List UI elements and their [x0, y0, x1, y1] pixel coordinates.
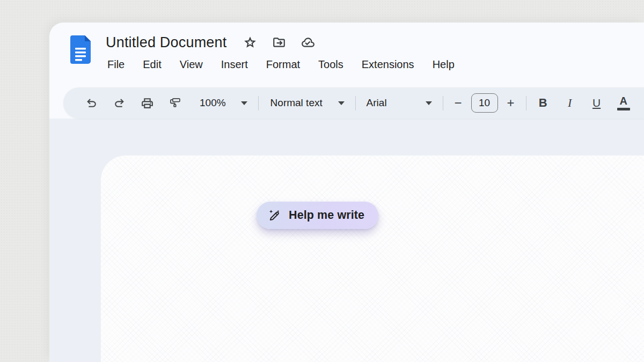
underline-button[interactable]: U [586, 92, 608, 114]
chevron-down-icon [426, 101, 432, 105]
text-color-swatch [617, 108, 630, 110]
zoom-value: 100% [200, 97, 226, 109]
increase-font-size-button[interactable]: + [501, 93, 521, 113]
title-block: Untitled Document File Edit View [106, 31, 633, 72]
help-me-write-button[interactable]: Help me write [257, 202, 378, 229]
chevron-down-icon [338, 101, 345, 105]
chevron-down-icon [241, 101, 247, 105]
text-color-label: A [619, 95, 627, 106]
menu-edit[interactable]: Edit [141, 57, 163, 72]
help-me-write-label: Help me write [289, 209, 364, 222]
menu-format[interactable]: Format [265, 57, 302, 72]
menu-insert[interactable]: Insert [219, 57, 250, 72]
document-title[interactable]: Untitled Document [106, 34, 227, 51]
app-header: Untitled Document File Edit View [49, 23, 644, 87]
decrease-font-size-button[interactable]: − [449, 93, 468, 113]
desktop-background: { "header": { "title": "Untitled Documen… [0, 0, 644, 362]
print-button[interactable] [136, 92, 158, 114]
undo-button[interactable] [80, 92, 102, 114]
docs-window: Untitled Document File Edit View [49, 23, 644, 362]
font-value: Arial [367, 97, 387, 109]
folder-move-icon[interactable] [272, 35, 287, 50]
toolbar-divider [443, 96, 443, 110]
menu-bar: File Edit View Insert Format Tools Exten… [106, 57, 633, 72]
toolbar-divider [355, 96, 356, 110]
menu-tools[interactable]: Tools [317, 57, 345, 72]
redo-icon [113, 97, 126, 110]
paragraph-style-value: Normal text [270, 97, 323, 109]
paint-format-icon [169, 97, 182, 110]
toolbar: 100% Normal text Arial − + B I U A [63, 87, 644, 119]
redo-button[interactable] [108, 92, 130, 114]
text-color-button[interactable]: A [612, 92, 635, 114]
docs-logo-icon[interactable] [70, 35, 91, 64]
star-outline-icon[interactable] [243, 35, 258, 50]
paint-format-button[interactable] [164, 92, 186, 114]
menu-view[interactable]: View [178, 57, 204, 72]
menu-help[interactable]: Help [431, 57, 456, 72]
font-dropdown[interactable]: Arial [361, 92, 437, 114]
toolbar-divider [258, 96, 259, 110]
cloud-check-icon[interactable] [301, 35, 316, 50]
menu-extensions[interactable]: Extensions [360, 57, 416, 72]
font-size-input[interactable] [471, 93, 498, 113]
italic-button[interactable]: I [559, 92, 581, 114]
menu-file[interactable]: File [106, 57, 126, 72]
paragraph-styles-dropdown[interactable]: Normal text [265, 92, 350, 114]
document-canvas[interactable]: Help me write [101, 156, 644, 362]
undo-icon [85, 97, 98, 110]
editor-background: Help me write [49, 119, 644, 362]
toolbar-divider [526, 96, 526, 110]
header-actions [243, 35, 316, 50]
magic-pencil-sparkle-icon [267, 208, 282, 223]
bold-button[interactable]: B [532, 92, 554, 114]
print-icon [141, 97, 154, 110]
zoom-dropdown[interactable]: 100% [194, 92, 253, 114]
